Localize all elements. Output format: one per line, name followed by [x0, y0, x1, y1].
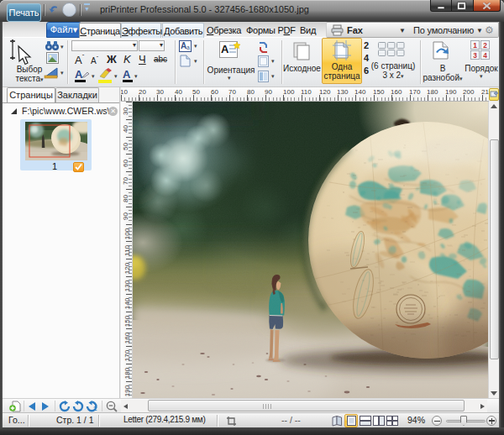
svg-text:2: 2: [93, 405, 97, 412]
svg-text:а: а: [186, 45, 190, 50]
svg-text:A: A: [221, 43, 229, 55]
svg-text:1: 1: [473, 42, 477, 50]
svg-text:4: 4: [483, 52, 487, 60]
svg-text:3: 3: [473, 52, 477, 60]
svg-text:2: 2: [483, 42, 487, 50]
